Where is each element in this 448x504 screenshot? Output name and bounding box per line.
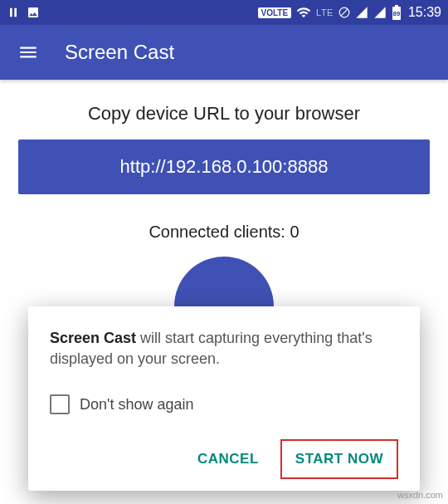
dont-show-row[interactable]: Don't show again — [50, 394, 398, 414]
watermark: wsxdn.com — [397, 490, 443, 500]
dialog-app-name: Screen Cast — [50, 330, 136, 346]
dialog-overlay: Screen Cast will start capturing everyth… — [0, 0, 448, 504]
dont-show-checkbox[interactable] — [50, 394, 70, 414]
cancel-button[interactable]: CANCEL — [184, 439, 272, 479]
dialog-message: Screen Cast will start capturing everyth… — [50, 328, 398, 369]
start-now-highlight: START NOW — [280, 439, 398, 479]
start-now-button[interactable]: START NOW — [282, 441, 397, 477]
dialog-actions: CANCEL START NOW — [50, 439, 398, 479]
dont-show-label: Don't show again — [80, 396, 194, 413]
permission-dialog: Screen Cast will start capturing everyth… — [28, 306, 420, 491]
